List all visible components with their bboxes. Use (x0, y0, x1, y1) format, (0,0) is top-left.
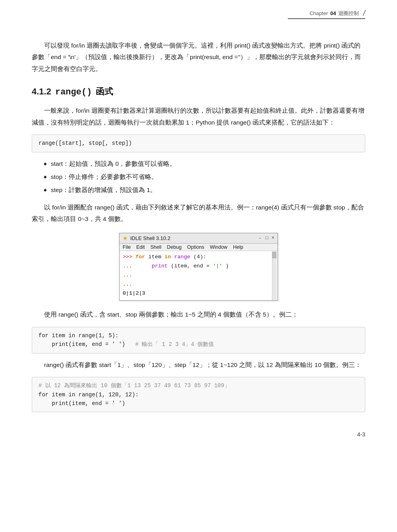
idle-line-1: >>> for item in range (4): (123, 253, 270, 262)
builtin-print: print (152, 263, 168, 269)
paragraph-5: range() 函式有參數 start「1」、stop「120」、step「12… (32, 359, 365, 371)
idle-shell-window: ★ IDLE Shell 3.10.2 － □ × File Edit Shel… (119, 233, 278, 301)
page-header: Chapter 04 迴圈控制 / (310, 9, 365, 18)
paragraph-2: 一般來說，for/in 迴圈要有計數器來計算迴圈執行的次數，所以計數器要有起始值… (32, 105, 365, 128)
menu-options[interactable]: Options (187, 244, 204, 250)
idle-title-text: IDLE Shell 3.10.2 (130, 235, 170, 241)
code3-line2: for item in range(1, 120, 12): (39, 390, 358, 399)
scrollbar-thumb[interactable] (272, 252, 276, 258)
bullet-start: start：起始值，預設為 0，參數值可以省略。 (44, 158, 365, 169)
code3-line3: print(item, end = ' ') (39, 399, 358, 408)
code2-line2: print(item, end = ' ') # 輸出「 1 2 3 4」4 個… (39, 340, 358, 349)
idle-body: >>> for item in range (4): ... print (it… (119, 251, 278, 301)
close-button[interactable]: × (272, 235, 274, 242)
syntax-code-box: range([start], stop[, step]) (32, 134, 365, 152)
code3-comment: # 以 12 為間隔來輸出 10 個數「1 13 25 37 49 61 73 … (39, 382, 230, 389)
syntax-code: range([start], stop[, step]) (39, 140, 132, 146)
window-controls: － □ × (258, 235, 274, 242)
section-title-suffix: 函式 (96, 86, 113, 98)
menu-edit[interactable]: Edit (136, 244, 145, 250)
section-heading: 4.1.2 range() 函式 (32, 86, 365, 98)
header-slash: / (363, 9, 365, 18)
scrollbar-track[interactable] (272, 251, 277, 301)
menu-help[interactable]: Help (233, 244, 243, 250)
keyword-for: for (135, 254, 145, 260)
string-sep: '|' (213, 263, 222, 269)
code3-line1: # 以 12 為間隔來輸出 10 個數「1 13 25 37 49 61 73 … (39, 381, 358, 390)
prompt-3: ... (123, 272, 132, 278)
section-number: 4.1.2 (32, 86, 51, 97)
code2-comment: # 輸出「 1 2 3 4」4 個數值 (135, 341, 214, 348)
prompt-2: ... (123, 263, 132, 269)
idle-line-3: ... (123, 271, 270, 280)
idle-menubar: File Edit Shell Debug Options Window Hel… (119, 244, 278, 251)
menu-window[interactable]: Window (210, 244, 227, 250)
idle-title-left: ★ IDLE Shell 3.10.2 (123, 235, 170, 241)
idle-line-2: ... print (item, end = '|' ) (123, 262, 270, 271)
page-number: 4-3 (357, 431, 365, 438)
idle-titlebar: ★ IDLE Shell 3.10.2 － □ × (119, 233, 278, 244)
menu-debug[interactable]: Debug (167, 244, 182, 250)
paragraph-1: 可以發現 for/in 迴圈去讀取字串後，會變成一個個字元。這裡，利用 prin… (32, 40, 365, 75)
code-box-2: for item in range(1, 5): print(item, end… (32, 327, 365, 353)
idle-icon: ★ (123, 235, 128, 241)
keyword-in: in (164, 254, 171, 260)
menu-file[interactable]: File (123, 244, 131, 250)
page-container: Chapter 04 迴圈控制 / 可以發現 for/in 迴圈去讀取字串後，會… (0, 0, 397, 449)
builtin-range: range (174, 254, 191, 260)
bullet-step: step：計數器的增減值，預設值為 1。 (44, 184, 365, 196)
chapter-num: 04 (330, 10, 336, 16)
main-content: 可以發現 for/in 迴圈去讀取字串後，會變成一個個字元。這裡，利用 prin… (32, 40, 365, 412)
bullet-stop: stop：停止條件；必要參數不可省略。 (44, 171, 365, 182)
prompt-1: >>> (123, 254, 132, 260)
code-box-3: # 以 12 為間隔來輸出 10 個數「1 13 25 37 49 61 73 … (32, 377, 365, 412)
menu-shell[interactable]: Shell (150, 244, 162, 250)
idle-line-4: ... (123, 280, 270, 289)
paragraph-3: 以 for/in 迴圈配合 range() 函式，藉由下列敘述來了解它的基本用法… (32, 202, 365, 225)
prompt-4: ... (123, 281, 132, 287)
minimize-button[interactable]: － (258, 235, 262, 242)
header-underline (288, 18, 365, 19)
bullet-list: start：起始值，預設為 0，參數值可以省略。 stop：停止條件；必要參數不… (44, 158, 365, 196)
section-func: range() (55, 87, 92, 97)
code2-line1: for item in range(1, 5): (39, 331, 358, 340)
paragraph-4: 使用 range() 函式，含 start、stop 兩個參數；輸出 1~5 之… (32, 309, 365, 320)
chapter-title: 迴圈控制 (338, 10, 359, 17)
idle-output: 0|1|2|3 (123, 289, 270, 298)
chapter-label: Chapter (310, 10, 328, 16)
output-text: 0|1|2|3 (123, 290, 145, 296)
maximize-button[interactable]: □ (266, 235, 268, 242)
